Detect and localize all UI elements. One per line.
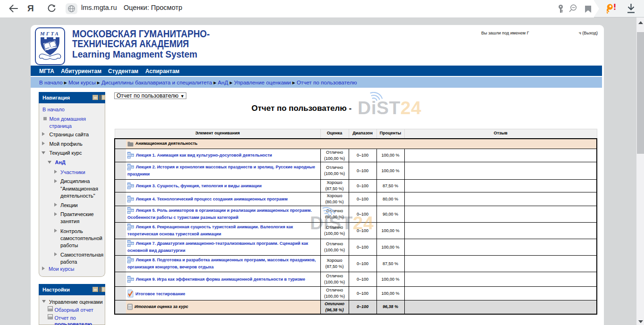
svg-text:МГТА: МГТА [40, 31, 60, 36]
